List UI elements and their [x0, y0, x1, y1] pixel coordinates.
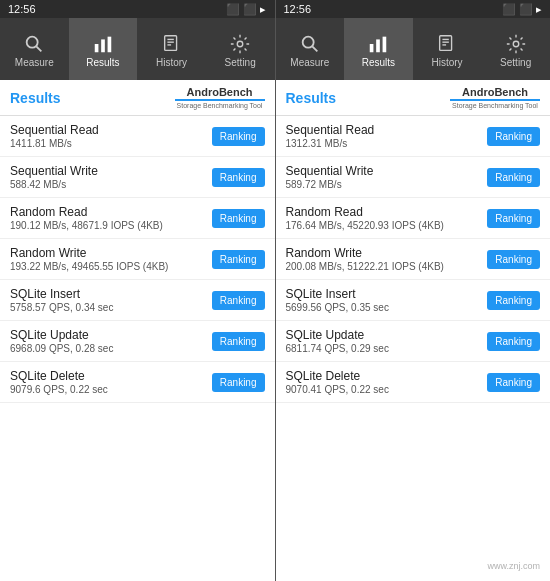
nav-setting-left[interactable]: Setting — [206, 18, 275, 80]
result-name: SQLite Update — [286, 328, 480, 342]
svg-line-1 — [37, 46, 42, 51]
results-list-left: Sequential Read 1411.81 MB/s Ranking Seq… — [0, 116, 275, 581]
result-name: SQLite Update — [10, 328, 204, 342]
status-time-left: 12:56 — [8, 3, 36, 15]
status-icons-right: ⬛ ⬛ ▸ — [502, 3, 542, 16]
result-name: Sequential Read — [286, 123, 480, 137]
table-row: Sequential Read 1312.31 MB/s Ranking — [276, 116, 551, 157]
result-value: 5699.56 QPS, 0.35 sec — [286, 302, 480, 313]
svg-rect-15 — [440, 35, 452, 50]
ranking-button[interactable]: Ranking — [212, 373, 265, 392]
nav-measure-left-label: Measure — [15, 58, 54, 68]
result-value: 6811.74 QPS, 0.29 sec — [286, 343, 480, 354]
table-row: Sequential Write 588.42 MB/s Ranking — [0, 157, 275, 198]
result-value: 1312.31 MB/s — [286, 138, 480, 149]
ranking-button[interactable]: Ranking — [487, 250, 540, 269]
result-name: SQLite Delete — [10, 369, 204, 383]
result-name: Random Read — [286, 205, 480, 219]
chart-icon-left — [92, 33, 114, 55]
result-name: Random Write — [10, 246, 204, 260]
history-icon-right — [436, 33, 458, 55]
results-title-right: Results — [286, 90, 337, 106]
result-name: Sequential Write — [286, 164, 480, 178]
table-row: SQLite Delete 9070.41 QPS, 0.22 sec Rank… — [276, 362, 551, 403]
nav-history-left[interactable]: History — [137, 18, 206, 80]
result-value: 176.64 MB/s, 45220.93 IOPS (4KB) — [286, 220, 480, 231]
ranking-button[interactable]: Ranking — [212, 291, 265, 310]
svg-rect-2 — [95, 44, 99, 52]
status-time-right: 12:56 — [284, 3, 312, 15]
nav-history-right[interactable]: History — [413, 18, 482, 80]
svg-rect-5 — [164, 35, 176, 50]
table-row: Random Write 193.22 MB/s, 49465.55 IOPS … — [0, 239, 275, 280]
androbench-logo-left: AndroBench Storage Benchmarking Tool — [175, 86, 265, 109]
result-value: 190.12 MB/s, 48671.9 IOPS (4KB) — [10, 220, 204, 231]
ranking-button[interactable]: Ranking — [487, 209, 540, 228]
ranking-button[interactable]: Ranking — [212, 127, 265, 146]
table-row: Sequential Read 1411.81 MB/s Ranking — [0, 116, 275, 157]
table-row: Random Read 190.12 MB/s, 48671.9 IOPS (4… — [0, 198, 275, 239]
svg-rect-12 — [370, 44, 374, 52]
table-row: SQLite Delete 9079.6 QPS, 0.22 sec Ranki… — [0, 362, 275, 403]
results-title-left: Results — [10, 90, 61, 106]
svg-point-19 — [513, 41, 519, 47]
nav-setting-left-label: Setting — [225, 58, 256, 68]
ranking-button[interactable]: Ranking — [487, 291, 540, 310]
result-value: 200.08 MB/s, 51222.21 IOPS (4KB) — [286, 261, 480, 272]
nav-measure-right-label: Measure — [290, 58, 329, 68]
ranking-button[interactable]: Ranking — [487, 168, 540, 187]
result-value: 193.22 MB/s, 49465.55 IOPS (4KB) — [10, 261, 204, 272]
svg-point-9 — [237, 41, 243, 47]
nav-results-left[interactable]: Results — [69, 18, 138, 80]
nav-measure-right[interactable]: Measure — [276, 18, 345, 80]
table-row: Random Write 200.08 MB/s, 51222.21 IOPS … — [276, 239, 551, 280]
result-value: 5758.57 QPS, 0.34 sec — [10, 302, 204, 313]
result-value: 588.42 MB/s — [10, 179, 204, 190]
ranking-button[interactable]: Ranking — [487, 332, 540, 351]
table-row: SQLite Insert 5699.56 QPS, 0.35 sec Rank… — [276, 280, 551, 321]
search-icon — [23, 33, 45, 55]
result-name: SQLite Delete — [286, 369, 480, 383]
result-value: 6968.09 QPS, 0.28 sec — [10, 343, 204, 354]
svg-rect-4 — [108, 36, 112, 52]
gear-icon-left — [229, 33, 251, 55]
search-icon-right — [299, 33, 321, 55]
chart-icon-right — [367, 33, 389, 55]
result-name: Sequential Write — [10, 164, 204, 178]
results-list-right: Sequential Read 1312.31 MB/s Ranking Seq… — [276, 116, 551, 581]
nav-results-right[interactable]: Results — [344, 18, 413, 80]
result-value: 9079.6 QPS, 0.22 sec — [10, 384, 204, 395]
androbench-logo-right: AndroBench Storage Benchmarking Tool — [450, 86, 540, 109]
nav-history-right-label: History — [432, 58, 463, 68]
nav-setting-right[interactable]: Setting — [481, 18, 550, 80]
table-row: Random Read 176.64 MB/s, 45220.93 IOPS (… — [276, 198, 551, 239]
svg-rect-13 — [377, 39, 381, 52]
table-row: SQLite Update 6968.09 QPS, 0.28 sec Rank… — [0, 321, 275, 362]
ranking-button[interactable]: Ranking — [212, 168, 265, 187]
nav-results-left-label: Results — [86, 58, 119, 68]
ranking-button[interactable]: Ranking — [212, 209, 265, 228]
result-name: Random Write — [286, 246, 480, 260]
ranking-button[interactable]: Ranking — [487, 373, 540, 392]
table-row: Sequential Write 589.72 MB/s Ranking — [276, 157, 551, 198]
result-name: Random Read — [10, 205, 204, 219]
ranking-button[interactable]: Ranking — [487, 127, 540, 146]
nav-results-right-label: Results — [362, 58, 395, 68]
result-value: 589.72 MB/s — [286, 179, 480, 190]
nav-measure-left[interactable]: Measure — [0, 18, 69, 80]
svg-rect-14 — [383, 36, 387, 52]
ranking-button[interactable]: Ranking — [212, 332, 265, 351]
result-value: 1411.81 MB/s — [10, 138, 204, 149]
result-name: SQLite Insert — [10, 287, 204, 301]
history-icon-left — [161, 33, 183, 55]
ranking-button[interactable]: Ranking — [212, 250, 265, 269]
status-icons-left: ⬛ ⬛ ▸ — [226, 3, 266, 16]
result-name: SQLite Insert — [286, 287, 480, 301]
nav-setting-right-label: Setting — [500, 58, 531, 68]
svg-point-10 — [302, 36, 313, 47]
svg-rect-3 — [101, 39, 105, 52]
svg-line-11 — [312, 46, 317, 51]
gear-icon-right — [505, 33, 527, 55]
table-row: SQLite Update 6811.74 QPS, 0.29 sec Rank… — [276, 321, 551, 362]
result-value: 9070.41 QPS, 0.22 sec — [286, 384, 480, 395]
